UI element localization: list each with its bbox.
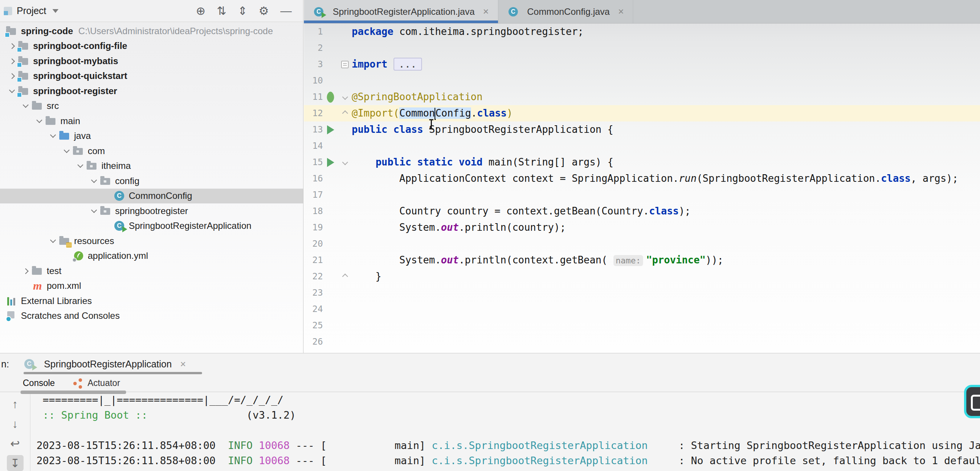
tree-item-src[interactable]: src: [0, 99, 303, 114]
editor-tab-label: SpringbootRegisterApplication.java: [333, 6, 475, 17]
code-line-16[interactable]: 16 ApplicationContext context = SpringAp…: [304, 170, 980, 187]
editor-tab-springbootregisterapplication-java[interactable]: CSpringbootRegisterApplication.java×: [304, 0, 498, 23]
chevron-right-icon[interactable]: [19, 266, 32, 276]
folded-imports[interactable]: ...: [393, 58, 422, 71]
code-line-14[interactable]: 14: [304, 138, 980, 154]
code-editor[interactable]: 1package com.itheima.springbootregister;…: [304, 24, 980, 353]
scroll-down-icon[interactable]: ↓: [7, 416, 24, 432]
line-number: 25: [304, 317, 323, 334]
run-gutter-icon[interactable]: [323, 154, 338, 170]
fold-marker-icon[interactable]: [338, 56, 352, 73]
tree-item-main[interactable]: main: [0, 114, 303, 128]
code-line-1[interactable]: 1package com.itheima.springbootregister;: [304, 24, 980, 40]
settings-gear-icon[interactable]: ⚙: [259, 5, 269, 17]
code-line-19[interactable]: 19 System.out.println(country);: [304, 219, 980, 236]
chevron-down-icon[interactable]: [88, 206, 100, 216]
close-icon[interactable]: ×: [618, 6, 624, 17]
run-configuration-tab[interactable]: C SpringbootRegisterApplication ×: [24, 358, 186, 370]
code-line-18[interactable]: 18 Country country = context.getBean(Cou…: [304, 203, 980, 219]
code-line-21[interactable]: 21 System.out.println(context.getBean( n…: [304, 252, 980, 268]
chevron-down-icon[interactable]: [47, 236, 59, 246]
gutter-space: [323, 56, 338, 73]
code-line-22[interactable]: 22 }: [304, 268, 980, 285]
srcroot-icon: [59, 130, 71, 141]
console-output[interactable]: =========|_|==============|___/=/_/_/_/ …: [31, 392, 980, 471]
run-gutter-icon[interactable]: [323, 121, 338, 138]
code-text: @SpringBootApplication: [352, 89, 482, 105]
spring-bean-gutter-icon[interactable]: [323, 89, 338, 105]
chevron-down-icon[interactable]: [74, 160, 86, 171]
scroll-up-icon[interactable]: ↑: [7, 396, 24, 412]
tree-item-application-yml[interactable]: application.yml: [0, 249, 303, 264]
tab-label: Actuator: [88, 378, 120, 388]
chevron-down-icon[interactable]: [6, 86, 18, 97]
tree-item-resources[interactable]: resources: [0, 233, 303, 249]
chevron-down-icon[interactable]: [33, 116, 45, 126]
tree-item-test[interactable]: test: [0, 263, 303, 279]
tree-item-spring-code[interactable]: spring-codeC:\Users\Administrator\ideaPr…: [0, 24, 303, 39]
tree-item-springboot-quickstart[interactable]: springboot-quickstart: [0, 69, 303, 84]
project-panel-title[interactable]: Project: [17, 5, 46, 16]
gutter-space: [323, 187, 338, 203]
tree-item-commonconfig[interactable]: CCommonConfig: [0, 189, 303, 204]
tree-item-springbootregister[interactable]: springbootregister: [0, 203, 303, 219]
horizontal-scrollbar[interactable]: [21, 390, 126, 394]
code-line-26[interactable]: 26: [304, 334, 980, 350]
gutter-space: [323, 301, 338, 317]
code-line-11[interactable]: 11@SpringBootApplication: [304, 89, 980, 105]
tree-item-springboot-mybatis[interactable]: springboot-mybatis: [0, 54, 303, 69]
tab-console[interactable]: Console: [14, 374, 64, 392]
scroll-to-end-icon[interactable]: ↧: [7, 455, 24, 471]
tree-item-com[interactable]: com: [0, 143, 303, 159]
tree-item-springbootregisterapplication[interactable]: CSpringbootRegisterApplication: [0, 219, 303, 234]
chevron-down-icon[interactable]: [52, 9, 59, 13]
module-icon: [18, 86, 30, 97]
tree-item-springboot-config-file[interactable]: springboot-config-file: [0, 39, 303, 54]
code-line-24[interactable]: 24: [304, 301, 980, 317]
close-icon[interactable]: ×: [180, 358, 186, 370]
console-token: :: Spring Boot ::: [37, 409, 148, 421]
chevron-right-icon[interactable]: [6, 56, 18, 67]
console-token: [253, 439, 259, 451]
tree-item-scratches-and-consoles[interactable]: Scratches and Consoles: [0, 309, 303, 324]
tree-item-config[interactable]: config: [0, 173, 303, 189]
code-line-3[interactable]: 3import ...: [304, 56, 980, 73]
console-token: : Starting SpringbootRegisterApplication…: [648, 439, 980, 451]
locate-file-icon[interactable]: ⊕: [196, 5, 205, 17]
code-line-10[interactable]: 10: [304, 73, 980, 89]
hide-panel-icon[interactable]: —: [280, 5, 292, 17]
code-line-2[interactable]: 2: [304, 40, 980, 56]
code-line-20[interactable]: 20: [304, 236, 980, 252]
chevron-down-icon[interactable]: [19, 101, 32, 111]
expand-all-icon[interactable]: ⇅: [217, 5, 226, 17]
chevron-down-icon[interactable]: [88, 176, 100, 186]
screen-record-overlay-button[interactable]: [964, 385, 980, 418]
chevron-down-icon[interactable]: [60, 146, 73, 156]
chevron-right-icon[interactable]: [6, 41, 18, 51]
code-line-12[interactable]: 12@Import(CommonConfig.class): [304, 105, 980, 121]
code-line-13[interactable]: 13public class SpringbootRegisterApplica…: [304, 121, 980, 138]
collapse-all-icon[interactable]: ⇕: [238, 5, 247, 17]
tree-item-pom-xml[interactable]: mpom.xml: [0, 279, 303, 294]
code-line-23[interactable]: 23: [304, 285, 980, 301]
code-line-15[interactable]: 15 public static void main(String[] args…: [304, 154, 980, 170]
tree-item-itheima[interactable]: itheima: [0, 159, 303, 174]
fold-marker-icon[interactable]: [338, 268, 352, 285]
fold-marker-icon[interactable]: [338, 154, 352, 170]
chevron-right-icon[interactable]: [6, 71, 18, 81]
fold-marker-icon[interactable]: [338, 105, 352, 121]
tree-item-java[interactable]: java: [0, 128, 303, 144]
close-icon[interactable]: ×: [483, 6, 489, 17]
code-token: [352, 156, 375, 168]
code-line-25[interactable]: 25: [304, 317, 980, 334]
fold-marker-icon[interactable]: [338, 89, 352, 105]
editor-tab-commonconfig-java[interactable]: CCommonConfig.java×: [498, 0, 633, 23]
chevron-down-icon[interactable]: [47, 130, 59, 141]
fold-space: [338, 219, 352, 236]
code-line-17[interactable]: 17: [304, 187, 980, 203]
tree-item-external-libraries[interactable]: External Libraries: [0, 293, 303, 309]
tab-actuator[interactable]: Actuator: [64, 374, 129, 392]
tree-item-springboot-register[interactable]: springboot-register: [0, 84, 303, 99]
soft-wrap-icon[interactable]: ↩: [7, 436, 24, 452]
code-token: Country country = context.getBean(Countr…: [352, 205, 649, 217]
